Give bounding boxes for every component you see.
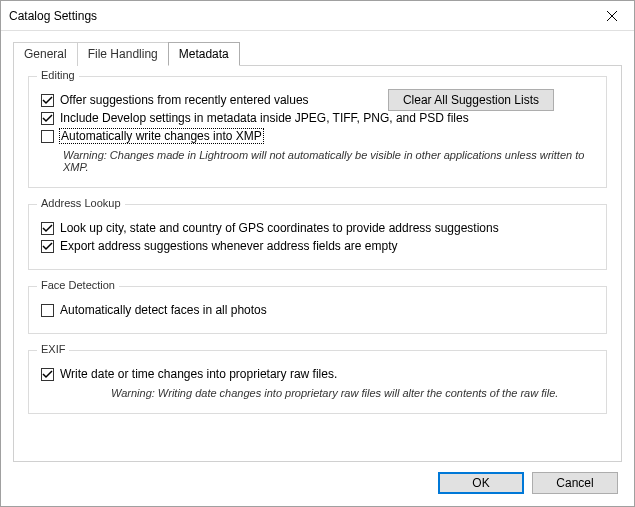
label-lookup-gps[interactable]: Look up city, state and country of GPS c… [60,221,499,235]
group-legend-editing: Editing [37,69,79,81]
label-include-develop[interactable]: Include Develop settings in metadata ins… [60,111,469,125]
checkmark-icon [42,223,53,234]
group-legend-face-detection: Face Detection [37,279,119,291]
checkmark-icon [42,95,53,106]
checkbox-auto-detect-faces[interactable] [41,304,54,317]
close-icon [607,11,617,21]
content-area: General File Handling Metadata Editing O… [1,31,634,506]
tab-strip: General File Handling Metadata [13,41,622,65]
checkbox-lookup-gps[interactable] [41,222,54,235]
label-auto-detect-faces[interactable]: Automatically detect faces in all photos [60,303,267,317]
clear-suggestion-lists-button[interactable]: Clear All Suggestion Lists [388,89,554,111]
checkmark-icon [42,241,53,252]
checkbox-offer-suggestions[interactable] [41,94,54,107]
row-lookup-gps: Look up city, state and country of GPS c… [41,221,594,235]
row-offer-suggestions: Offer suggestions from recently entered … [41,93,594,107]
tab-file-handling[interactable]: File Handling [77,42,169,66]
close-button[interactable] [589,1,634,30]
warning-xmp: Warning: Changes made in Lightroom will … [63,149,594,173]
window-title: Catalog Settings [9,9,589,23]
row-auto-detect-faces: Automatically detect faces in all photos [41,303,594,317]
dialog-window: Catalog Settings General File Handling M… [0,0,635,507]
checkbox-auto-write-xmp[interactable] [41,130,54,143]
ok-button[interactable]: OK [438,472,524,494]
checkbox-export-suggestions[interactable] [41,240,54,253]
cancel-button[interactable]: Cancel [532,472,618,494]
warning-raw: Warning: Writing date changes into propr… [111,387,594,399]
checkmark-icon [42,113,53,124]
label-export-suggestions[interactable]: Export address suggestions whenever addr… [60,239,398,253]
titlebar: Catalog Settings [1,1,634,31]
dialog-footer: OK Cancel [13,462,622,494]
row-export-suggestions: Export address suggestions whenever addr… [41,239,594,253]
row-include-develop: Include Develop settings in metadata ins… [41,111,594,125]
group-editing: Editing Offer suggestions from recently … [28,76,607,188]
label-offer-suggestions[interactable]: Offer suggestions from recently entered … [60,93,309,107]
tab-panel-metadata: Editing Offer suggestions from recently … [13,65,622,462]
group-face-detection: Face Detection Automatically detect face… [28,286,607,334]
tab-metadata[interactable]: Metadata [168,42,240,66]
row-write-date: Write date or time changes into propriet… [41,367,594,381]
checkmark-icon [42,369,53,380]
checkbox-include-develop[interactable] [41,112,54,125]
checkbox-write-date[interactable] [41,368,54,381]
label-auto-write-xmp[interactable]: Automatically write changes into XMP [60,129,263,143]
row-auto-write-xmp: Automatically write changes into XMP [41,129,594,143]
group-legend-address-lookup: Address Lookup [37,197,125,209]
group-address-lookup: Address Lookup Look up city, state and c… [28,204,607,270]
tab-general[interactable]: General [13,42,78,66]
group-exif: EXIF Write date or time changes into pro… [28,350,607,414]
group-legend-exif: EXIF [37,343,69,355]
label-write-date[interactable]: Write date or time changes into propriet… [60,367,337,381]
